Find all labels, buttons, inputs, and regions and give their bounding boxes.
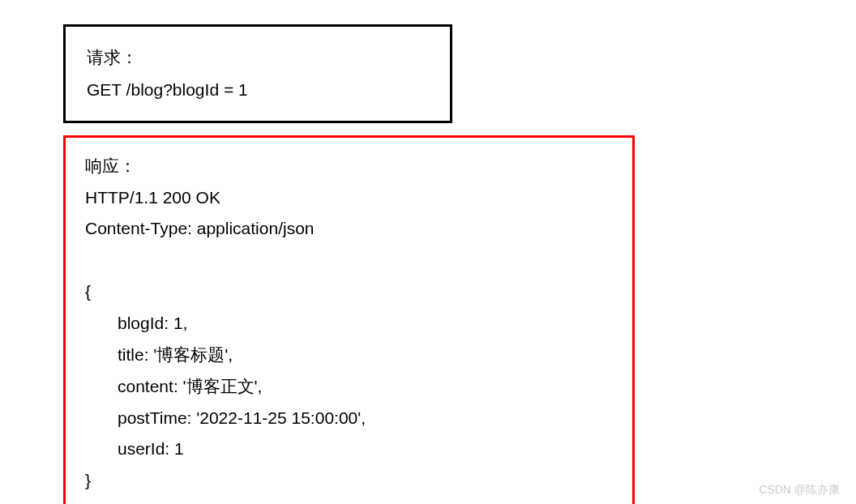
response-box: 响应： HTTP/1.1 200 OK Content-Type: applic…	[63, 135, 635, 504]
request-box: 请求： GET /blog?blogId = 1	[63, 24, 452, 123]
response-body-line: title: '博客标题',	[85, 340, 613, 371]
response-body-close: }	[85, 465, 613, 497]
response-body-line: userId: 1	[85, 434, 613, 465]
request-line: GET /blog?blogId = 1	[87, 74, 429, 106]
request-label: 请求：	[87, 41, 429, 74]
watermark: CSDN @陈亦康	[759, 483, 840, 498]
response-body-line: postTime: '2022-11-25 15:00:00',	[85, 403, 613, 434]
response-body-line: content: '博客正文',	[85, 371, 613, 403]
response-body-line: blogId: 1,	[85, 308, 613, 340]
response-content-type: Content-Type: application/json	[85, 213, 613, 245]
response-label: 响应：	[85, 151, 613, 182]
blank-line	[85, 245, 613, 276]
response-body-open: {	[85, 276, 613, 308]
response-status-line: HTTP/1.1 200 OK	[85, 182, 613, 214]
